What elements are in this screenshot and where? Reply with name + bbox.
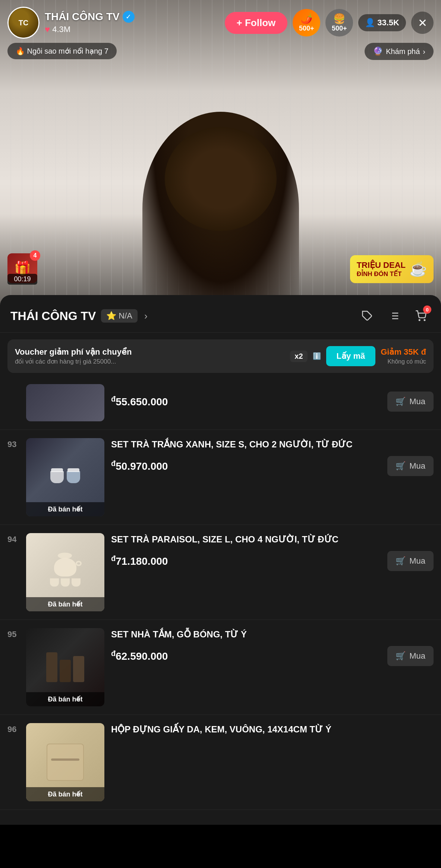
product-item-94: 94 Đã bán hết SET TRÀ PARAI <box>0 525 441 620</box>
product-number-93: 93 <box>7 438 19 449</box>
buy-button-94[interactable]: 🛒 Mua <box>387 551 434 571</box>
list-icon-button[interactable] <box>384 306 404 326</box>
currency-symbol: đ <box>111 395 116 403</box>
top-right-actions: 🌶️ 500+ 🍔 500+ 👤 33.5K ✕ <box>293 9 434 37</box>
voucher-text: Voucher giảm phí vận chuyển đối với các … <box>15 347 285 365</box>
product-details-93: SET TRÀ TRẮNG XANH, SIZE S, CHO 2 NGƯỜI,… <box>111 438 434 476</box>
channel-name: THÁI CÔNG TV <box>45 11 120 23</box>
product-image-94: Đã bán hết <box>26 533 104 611</box>
product-price-93: đ50.970.000 <box>111 459 168 472</box>
explore-label: Khám phá <box>386 47 420 56</box>
rating-badge: ⭐ N/A <box>101 309 138 323</box>
sold-out-badge-95: Đã bán hết <box>26 692 104 706</box>
voucher-info-icon: ℹ️ <box>313 352 321 360</box>
buy-label-93: Mua <box>409 461 425 471</box>
cart-icon-button[interactable]: 0 <box>411 306 431 326</box>
top-bar: TC THÁI CÔNG TV ✓ ♥ 4.3M + Follow 🌶️ 500… <box>0 0 441 45</box>
product-item-partial: đ55.650.000 🛒 Mua <box>0 380 441 430</box>
voucher-multiplier: x2 <box>290 351 307 362</box>
close-button[interactable]: ✕ <box>411 12 434 34</box>
badge2-count: 500+ <box>332 25 347 32</box>
product-details-96: HỘP ĐỰNG GIẤY DA, KEM, VUÔNG, 14X14CM TỪ… <box>111 723 434 736</box>
buy-button-93[interactable]: 🛒 Mua <box>387 456 434 476</box>
channel-info: THÁI CÔNG TV ✓ ♥ 4.3M <box>45 11 220 35</box>
product-name-95: SET NHÀ TẮM, GỖ BÓNG, TỪ Ý <box>111 628 434 641</box>
channel-avatar[interactable]: TC <box>7 7 40 39</box>
giam-text: Giảm 35K đ <box>381 347 426 357</box>
gift-box[interactable]: 🎁 4 00:19 <box>7 253 37 283</box>
lay-ma-button[interactable]: Lấy mã <box>326 346 376 366</box>
product-name-96: HỘP ĐỰNG GIẤY DA, KEM, VUÔNG, 14X14CM TỪ… <box>111 723 434 736</box>
cart-icon-95: 🛒 <box>396 651 406 661</box>
voucher-right: Giảm 35K đ Không có mức <box>381 347 426 365</box>
voucher-strip: Voucher giảm phí vận chuyển đối với các … <box>7 339 434 373</box>
badge1-count: 500+ <box>299 25 314 32</box>
product-item-93: 93 Đã bán hết SET TRÀ TRẮNG XANH, SIZE S… <box>0 430 441 525</box>
rising-star-text: 🔥 Ngôi sao mới nổi hạng 7 <box>16 47 108 56</box>
product-number-96: 96 <box>7 723 19 734</box>
shop-panel: THÁI CÔNG TV ⭐ N/A › <box>0 295 441 825</box>
buy-label-95: Mua <box>409 651 425 661</box>
product-name-94: SET TRÀ PARAISOL, SIZE L, CHO 4 NGƯỜI, T… <box>111 533 434 546</box>
product-price-row-94: đ71.180.000 🛒 Mua <box>111 551 434 571</box>
product-number-94: 94 <box>7 533 19 544</box>
product-number-95: 95 <box>7 628 19 639</box>
product-image-partial <box>26 384 104 421</box>
verified-icon: ✓ <box>123 11 135 23</box>
shop-chevron-icon: › <box>144 310 148 322</box>
cart-add-icon: 🛒 <box>396 397 406 406</box>
product-details-95: SET NHÀ TẮM, GỖ BÓNG, TỪ Ý đ62.590.000 🛒… <box>111 628 434 666</box>
gift-notification: 4 <box>30 250 40 261</box>
video-area: TC THÁI CÔNG TV ✓ ♥ 4.3M + Follow 🌶️ 500… <box>0 0 441 305</box>
follow-button[interactable]: + Follow <box>225 12 288 34</box>
product-price-94: đ71.180.000 <box>111 554 168 567</box>
svg-point-7 <box>419 320 420 321</box>
shop-title: THÁI CÔNG TV <box>10 309 96 323</box>
sold-out-badge-96: Đã bán hết <box>26 787 104 801</box>
product-list: đ55.650.000 🛒 Mua 93 Đã bán hết SET TRÀ … <box>0 380 441 810</box>
header-icons: 0 <box>357 306 431 326</box>
currency-symbol-94: đ <box>111 554 116 563</box>
product-name-93: SET TRÀ TRẮNG XANH, SIZE S, CHO 2 NGƯỜI,… <box>111 438 434 451</box>
deal-banner[interactable]: TRIỆU DEAL ĐỈNH ĐÓN TẾT ☕ <box>350 255 434 283</box>
sold-out-badge-94: Đã bán hết <box>26 597 104 611</box>
cart-icon-93: 🛒 <box>396 461 406 471</box>
currency-symbol-93: đ <box>111 459 116 468</box>
heart-icon: ♥ <box>45 24 50 35</box>
badge-fire[interactable]: 🌶️ 500+ <box>293 9 320 37</box>
product-image-95: Đã bán hết <box>26 628 104 706</box>
product-item-95: 95 Đã bán hết SET NHÀ TẮM, GỖ BÓNG, TỪ Ý… <box>0 620 441 715</box>
star-icon: ⭐ <box>106 311 116 321</box>
viewers-count: 👤 33.5K <box>358 14 406 31</box>
buy-label: Mua <box>409 397 425 406</box>
shop-header: THÁI CÔNG TV ⭐ N/A › <box>0 295 441 333</box>
explore-arrow: › <box>423 47 425 56</box>
deal-text: TRIỆU DEAL ĐỈNH ĐÓN TẾT <box>357 260 406 278</box>
deal-subtitle: ĐỈNH ĐÓN TẾT <box>357 270 406 278</box>
cart-icon-94: 🛒 <box>396 556 406 566</box>
svg-point-8 <box>424 320 425 321</box>
deal-title: TRIỆU DEAL <box>357 260 406 270</box>
rating-value: N/A <box>119 311 132 321</box>
shop-title-row: THÁI CÔNG TV ⭐ N/A › <box>10 309 148 323</box>
currency-symbol-95: đ <box>111 649 116 658</box>
tag-icon-button[interactable] <box>357 306 377 326</box>
sold-out-badge-93: Đã bán hết <box>26 502 104 516</box>
badge-gift[interactable]: 🍔 500+ <box>325 9 353 37</box>
voucher-subtitle: đối với các đơn hàng trị giá 25000... <box>15 358 285 365</box>
product-details-94: SET TRÀ PARAISOL, SIZE L, CHO 4 NGƯỜI, T… <box>111 533 434 571</box>
gift-area: 🎁 4 00:19 <box>7 253 37 283</box>
product-price-row-93: đ50.970.000 🛒 Mua <box>111 456 434 476</box>
streamer-silhouette <box>142 112 299 305</box>
buy-button-95[interactable]: 🛒 Mua <box>387 646 434 666</box>
voucher-title: Voucher giảm phí vận chuyển <box>15 347 285 357</box>
buy-label-94: Mua <box>409 556 425 566</box>
khong-co-text: Không có mức <box>388 358 426 365</box>
cart-badge: 0 <box>423 305 431 314</box>
likes-count: 4.3M <box>52 25 70 34</box>
product-price-partial: đ55.650.000 <box>111 395 168 408</box>
buy-button-partial[interactable]: 🛒 Mua <box>387 392 434 412</box>
person-icon: 👤 <box>365 18 375 28</box>
partial-price-area: đ55.650.000 🛒 Mua <box>111 384 434 412</box>
deal-icon: ☕ <box>409 261 427 277</box>
